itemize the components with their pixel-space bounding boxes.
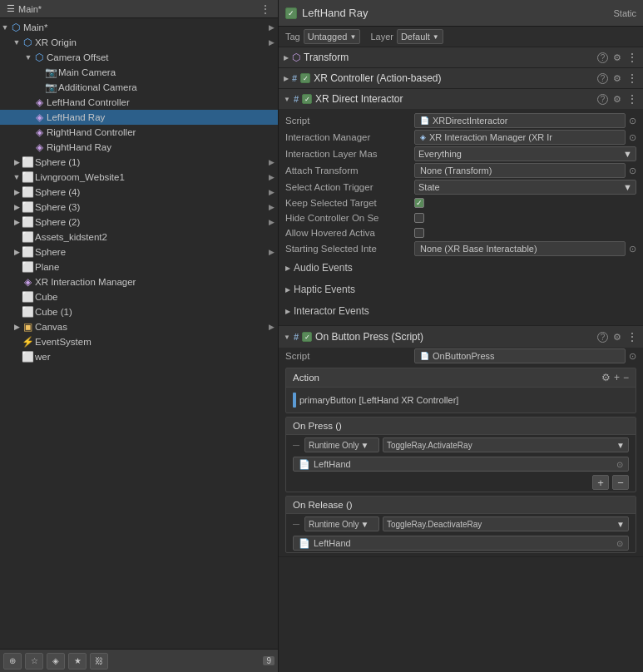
hierarchy-item-sphere4[interactable]: ▶⬜Sphere (4)▶ — [0, 185, 278, 200]
on-press-plus-btn[interactable]: + — [592, 475, 609, 490]
active-checkbox[interactable]: ✓ — [285, 7, 297, 19]
hierarchy-item-cube[interactable]: ⬜Cube — [0, 289, 278, 304]
layer-label: Layer — [370, 32, 393, 42]
xr-direct-interactor-enable-checkbox[interactable]: ✓ — [302, 94, 312, 104]
im-target-icon[interactable]: ⊙ — [629, 132, 636, 143]
transform-help-icon[interactable]: ? — [597, 52, 608, 63]
toolbar-link-button[interactable]: ⛓ — [90, 653, 108, 670]
script-field[interactable]: 📄 XRDirectInteractor — [414, 113, 626, 128]
interaction-manager-field[interactable]: ◈ XR Interaction Manager (XR Ir — [414, 130, 626, 145]
on-press-runtime-dropdown[interactable]: Runtime Only ▼ — [304, 437, 379, 452]
obp-settings-icon[interactable]: ⚙ — [613, 332, 621, 343]
hierarchy-item-righthandray[interactable]: ◈RightHand Ray — [0, 140, 278, 155]
xr-controller-enable-checkbox[interactable]: ✓ — [300, 73, 310, 83]
transform-menu-icon[interactable]: ⋮ — [626, 51, 638, 64]
layer-dropdown[interactable]: Default ▼ — [397, 29, 443, 44]
expand-arrow[interactable]: ▼ — [12, 172, 22, 182]
on-press-header: On Press () — [286, 418, 636, 435]
obp-script-field[interactable]: 📄 OnButtonPress — [414, 348, 626, 363]
hierarchy-item-cube1[interactable]: ⬜Cube (1) — [0, 304, 278, 319]
allow-hovered-checkbox[interactable] — [414, 228, 424, 238]
starting-selected-field[interactable]: None (XR Base Interactable) — [414, 241, 626, 256]
action-plus-icon[interactable]: + — [614, 372, 620, 383]
hierarchy-item-maincamera[interactable]: 📷Main Camera — [0, 65, 278, 80]
hierarchy-item-xrim[interactable]: ◈XR Interaction Manager — [0, 274, 278, 289]
interaction-layer-mask-dropdown[interactable]: Everything ▼ — [414, 146, 636, 161]
on-release-runtime-dropdown[interactable]: Runtime Only ▼ — [304, 516, 379, 531]
hierarchy-item-sphere2[interactable]: ▶⬜Sphere (2)▶ — [0, 215, 278, 230]
expand-arrow[interactable]: ▶ — [12, 157, 22, 167]
expand-arrow[interactable]: ▼ — [23, 52, 33, 62]
hierarchy-item-label: XR Interaction Manager — [35, 277, 136, 287]
xr-direct-interactor-component: ▼ # ✓ XR Direct Interactor ? ⚙ ⋮ Script … — [279, 89, 643, 326]
hierarchy-item-cameraoffset[interactable]: ▼⬡Camera Offset — [0, 50, 278, 65]
expand-arrow[interactable]: ▶ — [12, 217, 22, 227]
expand-arrow[interactable]: ▼ — [0, 22, 10, 32]
hierarchy-menu-button[interactable]: ⋮ — [260, 2, 271, 16]
on-press-runtime-row: Runtime Only ▼ ToggleRay.ActivateRay ▼ — [286, 435, 636, 455]
hierarchy-item-livngroom[interactable]: ▼⬜Livngroom_Website1▶ — [0, 170, 278, 185]
ss-target-icon[interactable]: ⊙ — [629, 244, 636, 254]
interactor-events-section: ▶ Interactor Events — [279, 300, 643, 322]
hierarchy-item-lefthandcontroller[interactable]: ◈LeftHand Controller — [0, 95, 278, 110]
interactor-events-header[interactable]: ▶ Interactor Events — [285, 303, 636, 319]
transform-settings-icon[interactable]: ⚙ — [613, 52, 621, 63]
select-action-trigger-dropdown[interactable]: State ▼ — [414, 180, 636, 195]
on-press-obj-target-icon[interactable]: ⊙ — [616, 460, 623, 469]
xr-direct-interactor-menu-icon[interactable]: ⋮ — [626, 92, 638, 106]
expand-arrow[interactable]: ▶ — [12, 322, 22, 332]
on-press-minus-btn[interactable]: − — [612, 475, 629, 490]
hierarchy-item-lefthandray[interactable]: ◈LeftHand Ray — [0, 110, 278, 125]
xr-direct-interactor-settings-icon[interactable]: ⚙ — [613, 94, 621, 105]
xr-controller-header[interactable]: ▶ # ✓ XR Controller (Action-based) ? ⚙ ⋮ — [279, 68, 643, 88]
toolbar-star-button[interactable]: ★ — [68, 653, 87, 670]
xr-controller-help-icon[interactable]: ? — [597, 73, 608, 84]
tag-dropdown[interactable]: Untagged ▼ — [304, 29, 361, 44]
obp-help-icon[interactable]: ? — [597, 332, 608, 343]
hierarchy-item-plane[interactable]: ⬜Plane — [0, 259, 278, 274]
toolbar-create-button[interactable]: ⊕ — [3, 653, 22, 670]
on-press-method-dropdown[interactable]: ToggleRay.ActivateRay ▼ — [383, 437, 629, 452]
hierarchy-item-assets[interactable]: ⬜Assets_kidstent2 — [0, 230, 278, 245]
transform-header[interactable]: ▶ ⬡ Transform ? ⚙ ⋮ — [279, 47, 643, 67]
xr-direct-interactor-help-icon[interactable]: ? — [597, 94, 608, 105]
action-gear-icon[interactable]: ⚙ — [601, 372, 611, 383]
on-release-obj-target-icon[interactable]: ⊙ — [616, 539, 623, 548]
haptic-events-header[interactable]: ▶ Haptic Events — [285, 281, 636, 298]
hide-controller-checkbox[interactable] — [414, 213, 424, 223]
hierarchy-item-eventsystem[interactable]: ⚡EventSystem — [0, 334, 278, 349]
hierarchy-item-main[interactable]: ▼⬡Main*▶ — [0, 20, 278, 35]
hierarchy-item-canvas[interactable]: ▶▣Canvas▶ — [0, 319, 278, 334]
hierarchy-item-sphere[interactable]: ▶⬜Sphere▶ — [0, 245, 278, 259]
hierarchy-item-xrorigin[interactable]: ▼⬡XR Origin▶ — [0, 35, 278, 50]
xr-controller-settings-icon[interactable]: ⚙ — [613, 73, 621, 84]
on-press-obj-ref[interactable]: 📄 LeftHand ⊙ — [293, 457, 629, 472]
action-minus-icon[interactable]: − — [623, 372, 629, 383]
attach-transform-field[interactable]: None (Transform) — [414, 163, 626, 178]
obp-script-target-icon[interactable]: ⊙ — [629, 351, 636, 362]
at-target-icon[interactable]: ⊙ — [629, 166, 636, 176]
hierarchy-item-righthandcontroller[interactable]: ◈RightHand Controller — [0, 125, 278, 140]
expand-arrow[interactable]: ▶ — [12, 247, 22, 257]
allow-hovered-value — [414, 228, 636, 238]
on-button-press-enable-checkbox[interactable]: ✓ — [302, 332, 312, 342]
toolbar-filter-button[interactable]: ◈ — [47, 653, 65, 670]
hierarchy-item-wer[interactable]: ⬜wer — [0, 349, 278, 364]
audio-events-header[interactable]: ▶ Audio Events — [285, 259, 636, 276]
on-button-press-header[interactable]: ▼ # ✓ On Button Press (Script) ? ⚙ ⋮ — [279, 326, 643, 348]
hierarchy-item-sphere3[interactable]: ▶⬜Sphere (3)▶ — [0, 200, 278, 215]
script-target-icon[interactable]: ⊙ — [629, 116, 636, 126]
expand-arrow[interactable]: ▶ — [12, 202, 22, 212]
obp-menu-icon[interactable]: ⋮ — [626, 330, 638, 343]
expand-arrow[interactable]: ▼ — [12, 37, 22, 47]
keep-selected-target-checkbox[interactable]: ✓ — [414, 198, 424, 208]
on-release-obj-ref[interactable]: 📄 LeftHand ⊙ — [293, 536, 629, 551]
hierarchy-item-sphere1[interactable]: ▶⬜Sphere (1)▶ — [0, 155, 278, 170]
toolbar-search-button[interactable]: ☆ — [25, 653, 43, 670]
xr-controller-menu-icon[interactable]: ⋮ — [626, 72, 638, 85]
on-release-method-arrow: ▼ — [616, 520, 625, 529]
expand-arrow[interactable]: ▶ — [12, 187, 22, 197]
xr-direct-interactor-header[interactable]: ▼ # ✓ XR Direct Interactor ? ⚙ ⋮ — [279, 89, 643, 109]
on-release-method-dropdown[interactable]: ToggleRay.DeactivateRay ▼ — [383, 516, 629, 531]
hierarchy-item-additionalcamera[interactable]: 📷Additional Camera — [0, 80, 278, 95]
